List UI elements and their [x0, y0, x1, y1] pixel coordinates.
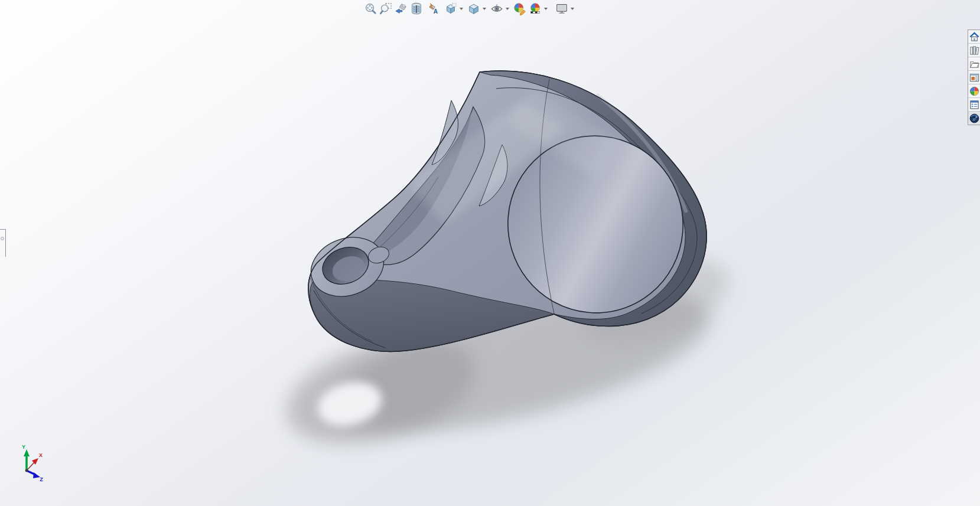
- collapsed-panel-edge[interactable]: [0, 229, 6, 257]
- section-view-button[interactable]: [409, 1, 424, 17]
- design-library-icon: [969, 45, 979, 56]
- zoom-fit-icon: [364, 2, 377, 15]
- appearances-icon: [969, 86, 979, 96]
- hide-show-items-button[interactable]: [489, 1, 504, 17]
- reference-triad: Y X Z: [22, 444, 43, 482]
- custom-properties-icon: [969, 100, 979, 110]
- previous-view-icon: [395, 2, 408, 15]
- task-pane-tab-view-palette[interactable]: [968, 71, 980, 84]
- display-style-button[interactable]: [466, 1, 481, 17]
- task-pane-tabs: [968, 30, 980, 125]
- z-axis-arrow: [33, 472, 40, 478]
- edit-appearance-button[interactable]: [512, 1, 528, 17]
- annotation-views-icon: A: [425, 2, 438, 15]
- section-view-icon: [410, 2, 423, 15]
- task-pane-tab-file-explorer[interactable]: [968, 57, 980, 71]
- task-pane-tab-design-library[interactable]: [968, 44, 980, 57]
- home-icon: [969, 32, 979, 42]
- display-style-dropdown[interactable]: [481, 1, 487, 17]
- triad-origin: [25, 469, 28, 472]
- x-axis-label: X: [39, 452, 43, 458]
- y-axis-arrow: [24, 449, 30, 456]
- apply-scene-icon: [529, 2, 542, 15]
- view-settings-icon: [555, 2, 568, 15]
- previous-view-button[interactable]: [393, 1, 409, 17]
- forum-icon: [969, 113, 979, 123]
- checker-base: [531, 12, 540, 14]
- hide-show-items-icon: [490, 2, 503, 15]
- file-explorer-icon: [969, 59, 979, 69]
- y-axis-label: Y: [22, 444, 25, 450]
- view-settings-dropdown[interactable]: [569, 1, 575, 17]
- view-palette-icon: [969, 73, 979, 83]
- edit-appearance-icon: [513, 2, 526, 15]
- view-orientation-icon: [444, 2, 457, 15]
- apply-scene-button[interactable]: [528, 1, 543, 17]
- panel-handle-dot: [1, 237, 4, 240]
- graphics-viewport[interactable]: Y X Z: [0, 0, 980, 506]
- display-style-icon: [467, 2, 480, 15]
- cad-part[interactable]: [302, 71, 706, 351]
- hide-show-items-dropdown[interactable]: [504, 1, 510, 17]
- zoom-to-area-button[interactable]: [378, 1, 393, 17]
- model-canvas[interactable]: Y X Z: [0, 0, 980, 506]
- heads-up-view-toolbar: A: [363, 1, 577, 17]
- view-orientation-dropdown[interactable]: [458, 1, 464, 17]
- task-pane-tab-appearances[interactable]: [968, 84, 980, 98]
- view-settings-button[interactable]: [554, 1, 569, 17]
- apply-scene-dropdown[interactable]: [543, 1, 549, 17]
- task-pane-tab-resources[interactable]: [968, 30, 980, 44]
- z-axis-label: Z: [40, 476, 43, 482]
- task-pane-tab-custom-properties[interactable]: [968, 98, 980, 112]
- task-pane-tab-forum[interactable]: [968, 112, 980, 125]
- zoom-area-icon: [379, 2, 392, 15]
- zoom-to-fit-button[interactable]: [363, 1, 378, 17]
- svg-text:A: A: [434, 8, 438, 15]
- annotation-views-button[interactable]: A: [424, 1, 439, 17]
- view-orientation-button[interactable]: [443, 1, 458, 17]
